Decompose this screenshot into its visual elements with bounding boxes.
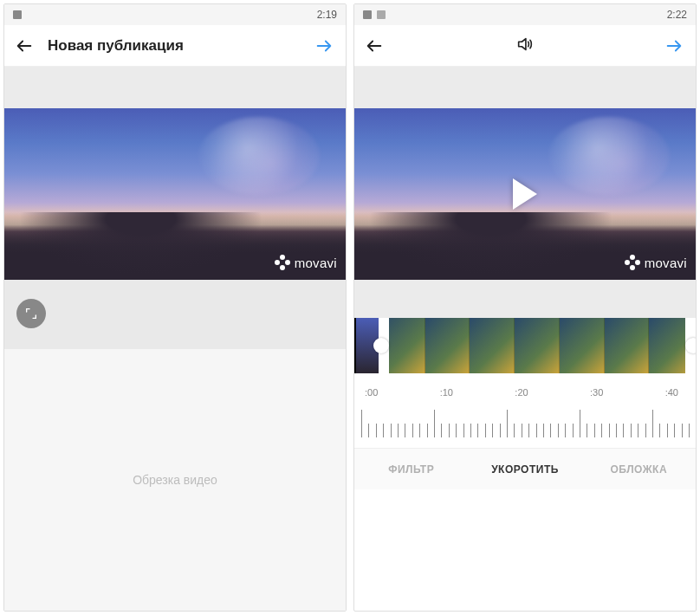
back-button[interactable] <box>365 36 386 55</box>
editor-tabs: ФИЛЬТР УКОРОТИТЬ ОБЛОЖКА <box>354 448 696 489</box>
watermark-text: movavi <box>645 256 687 270</box>
next-button[interactable] <box>664 36 685 55</box>
arrow-left-icon <box>365 36 384 55</box>
movavi-logo-icon <box>624 254 641 271</box>
phone-right: 2:22 movavi <box>353 3 697 612</box>
time-ruler[interactable]: :00 :10 :20 :30 :40 <box>354 373 696 448</box>
statusbar: 2:19 <box>4 4 346 25</box>
statusbar-app-icon <box>13 10 22 19</box>
trim-frame <box>515 318 560 373</box>
page-title: Новая публикация <box>36 37 314 55</box>
spacer-mid <box>354 280 696 318</box>
speaker-icon <box>515 35 535 54</box>
spacer-top <box>354 67 696 108</box>
spacer-top <box>4 67 346 108</box>
bottom-panel: Обрезка видео <box>4 349 346 611</box>
bottom-panel-text: Обрезка видео <box>133 473 217 487</box>
tab-filter[interactable]: ФИЛЬТР <box>354 449 468 489</box>
video-preview[interactable]: movavi <box>4 108 346 280</box>
statusbar: 2:22 <box>354 4 696 25</box>
trim-strip[interactable] <box>354 318 696 373</box>
trim-frame <box>470 318 515 373</box>
trim-frame <box>605 318 650 373</box>
watermark-text: movavi <box>295 256 337 270</box>
ruler-labels: :00 :10 :20 :30 :40 <box>354 387 696 398</box>
arrow-right-icon <box>314 36 334 55</box>
ruler-ticks <box>361 403 689 444</box>
topbar <box>354 25 696 67</box>
back-button[interactable] <box>15 36 36 55</box>
spacer-bottom <box>4 280 346 349</box>
trim-knob-right[interactable] <box>685 338 697 353</box>
ruler-label: :00 <box>365 387 378 398</box>
video-preview[interactable]: movavi <box>354 108 696 280</box>
trim-knob-left[interactable] <box>373 338 389 353</box>
expand-icon <box>24 307 38 320</box>
arrow-right-icon <box>664 36 684 55</box>
phone-left: 2:19 Новая публикация movavi <box>3 3 347 612</box>
movavi-logo-icon <box>274 254 291 271</box>
next-button[interactable] <box>314 36 335 55</box>
watermark: movavi <box>274 254 337 271</box>
watermark: movavi <box>624 254 687 271</box>
statusbar-app-icon-1 <box>363 10 372 19</box>
statusbar-time: 2:19 <box>317 9 337 21</box>
ruler-label: :30 <box>590 387 603 398</box>
statusbar-app-icon-2 <box>377 10 386 19</box>
crop-button[interactable] <box>16 299 46 328</box>
arrow-left-icon <box>15 36 34 55</box>
ruler-label: :20 <box>515 387 528 398</box>
tab-trim[interactable]: УКОРОТИТЬ <box>468 449 581 489</box>
topbar: Новая публикация <box>4 25 346 67</box>
ruler-label: :40 <box>665 387 678 398</box>
tab-cover[interactable]: ОБЛОЖКА <box>582 449 696 489</box>
trim-frame <box>560 318 605 373</box>
play-button[interactable] <box>513 178 537 210</box>
statusbar-time: 2:22 <box>667 9 687 21</box>
ruler-label: :10 <box>440 387 453 398</box>
trim-frame <box>425 318 470 373</box>
sound-button[interactable] <box>515 35 535 57</box>
